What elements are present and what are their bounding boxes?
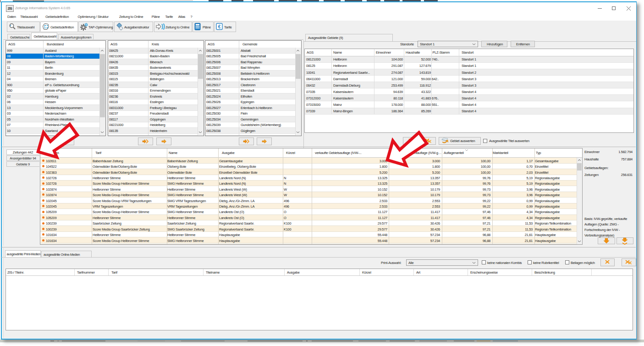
svg-text:€: € (218, 24, 221, 29)
